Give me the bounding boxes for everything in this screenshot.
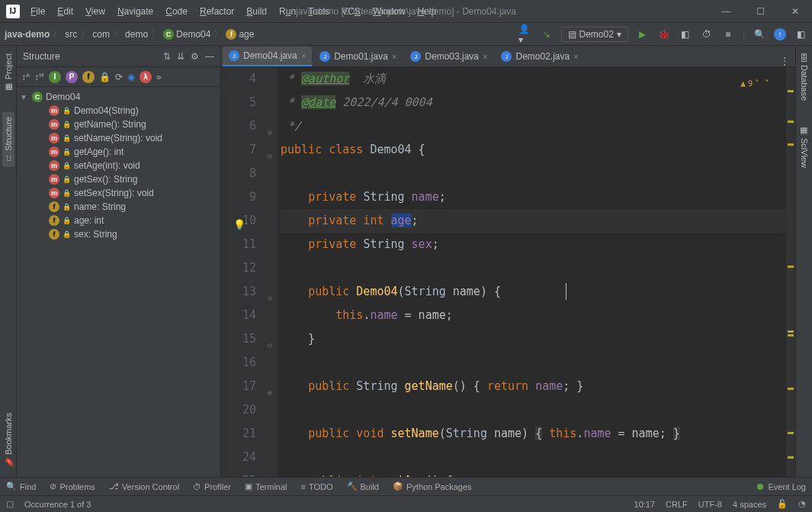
crumb-project[interactable]: java-demo [5, 29, 50, 40]
editor-tab[interactable]: JDemo02.java× [495, 47, 584, 66]
tab-label: Demo04.java [243, 50, 297, 61]
status-indent[interactable]: 4 spaces [733, 500, 766, 509]
fold-marker[interactable]: ⊖ [268, 121, 272, 144]
tool-structure[interactable]: ⎍ Structure [2, 112, 14, 167]
show-anon-icon[interactable]: ⟳ [115, 72, 123, 82]
menu-file[interactable]: File [24, 6, 51, 17]
menu-edit[interactable]: Edit [51, 6, 79, 17]
navigation-bar: java-demo 〉 src 〉 com 〉 demo 〉 CDemo04 〉… [0, 23, 812, 46]
expand-all-icon[interactable]: ⇅ [163, 51, 171, 62]
tool-profiler[interactable]: ⏱ Profiler [193, 482, 231, 491]
close-tab-icon[interactable]: × [301, 51, 306, 60]
coverage-button[interactable]: ◧ [679, 27, 692, 41]
code-editor[interactable]: 456789101112131415161720212425 ⊖⊖⊖⊖⊕ ▲ 9… [221, 67, 795, 477]
fold-marker[interactable]: ⊕ [268, 381, 272, 404]
maximize-button[interactable]: ☐ [743, 0, 778, 23]
show-classes-icon[interactable]: I [49, 71, 61, 83]
tool-vcs[interactable]: ⎇ Version Control [109, 481, 179, 491]
tree-member[interactable]: m🔒setName(String): void [17, 131, 220, 145]
event-log-button[interactable]: Event Log [768, 482, 806, 491]
tree-member[interactable]: f🔒sex: String [17, 227, 220, 241]
structure-tree[interactable]: ▾CDemo04m🔒Demo04(String)m🔒getName(): Str… [17, 87, 220, 477]
menu-code[interactable]: Code [159, 6, 194, 17]
stop-button[interactable]: ■ [721, 27, 735, 41]
status-caret-pos[interactable]: 10:17 [634, 500, 656, 509]
close-tab-icon[interactable]: × [573, 52, 578, 61]
crumb-class[interactable]: CDemo04 [163, 29, 210, 40]
tree-member[interactable]: m🔒Demo04(String) [17, 104, 220, 118]
tool-find[interactable]: 🔍 Find [6, 481, 36, 491]
minimize-button[interactable]: — [709, 0, 743, 23]
fold-marker[interactable]: ⊖ [268, 144, 272, 168]
update-icon[interactable]: ↑ [774, 28, 786, 40]
fold-marker[interactable]: ⊖ [268, 286, 272, 310]
settings-icon[interactable]: ⚙ [191, 51, 199, 62]
tool-build[interactable]: 🔨 Build [347, 481, 379, 491]
titlebar: IJ File Edit View Navigate Code Refactor… [0, 0, 812, 23]
show-fields-icon[interactable]: f [82, 71, 95, 83]
search-everywhere-icon[interactable]: 🔍 [753, 27, 766, 41]
crumb-com[interactable]: com [92, 29, 110, 40]
run-config-selector[interactable]: ▤ Demo02 ▾ [561, 27, 628, 42]
hide-panel-icon[interactable]: — [205, 51, 214, 62]
tree-member[interactable]: m🔒setAge(int): void [17, 159, 220, 172]
tabs-more-icon[interactable]: ⋮ [780, 56, 789, 66]
problems-badge[interactable]: ▲ 9 ˄ ˅ [740, 72, 769, 95]
code-content[interactable]: ▲ 9 ˄ ˅ * @author 水滴 * @date 2022/4/4 00… [278, 67, 786, 477]
close-tab-icon[interactable]: × [483, 52, 487, 61]
menu-build[interactable]: Build [240, 6, 273, 17]
menu-view[interactable]: View [79, 6, 111, 17]
fold-gutter[interactable]: ⊖⊖⊖⊖⊕ [267, 67, 278, 477]
collapse-all-icon[interactable]: ⇊ [177, 51, 185, 62]
profile-button[interactable]: ⏱ [700, 27, 714, 41]
fold-marker[interactable]: ⊖ [268, 333, 272, 357]
crumb-demo[interactable]: demo [125, 29, 148, 40]
tool-database[interactable]: 🗄 Database [798, 49, 810, 105]
tool-problems[interactable]: ⊘ Problems [50, 481, 95, 491]
status-tool-icon[interactable]: ▢ [6, 499, 14, 509]
structure-toolbar: ↕ᴬ ↕ᴹ I P f 🔒 ⟳ ◉ λ » [17, 67, 220, 87]
user-icon[interactable]: 👤▾ [518, 27, 532, 41]
lambda-icon[interactable]: λ [140, 71, 152, 83]
tree-member[interactable]: m🔒getSex(): String [17, 172, 220, 186]
menu-navigate[interactable]: Navigate [111, 6, 159, 17]
tool-todo[interactable]: ≡ TODO [301, 482, 333, 491]
autoscroll-icon[interactable]: ◉ [127, 72, 135, 82]
tool-project[interactable]: ▦ Project [2, 49, 14, 97]
status-readonly-icon[interactable]: 🔓 [777, 499, 788, 509]
sort-icon[interactable]: ↕ᴬ [21, 72, 30, 82]
editor-tab[interactable]: JDemo04.java× [223, 47, 312, 66]
tool-terminal[interactable]: ▣ Terminal [245, 481, 287, 491]
tree-member[interactable]: f🔒age: int [17, 214, 220, 227]
tree-member[interactable]: m🔒getAge(): int [17, 145, 220, 159]
show-inherited-icon[interactable]: 🔒 [99, 72, 111, 82]
editor-tab[interactable]: JDemo01.java× [313, 47, 403, 66]
tree-member[interactable]: m🔒setSex(String): void [17, 186, 220, 200]
close-tab-icon[interactable]: × [392, 52, 396, 61]
tree-member[interactable]: f🔒name: String [17, 200, 220, 214]
right-tool-stripe: 🗄 Database ▦ SciView [795, 46, 812, 477]
tool-python[interactable]: 📦 Python Packages [393, 481, 472, 491]
tab-label: Demo01.java [334, 51, 388, 62]
close-button[interactable]: ✕ [778, 0, 812, 23]
tree-root[interactable]: ▾CDemo04 [17, 90, 220, 104]
editor-tab[interactable]: JDemo03.java× [404, 47, 493, 66]
crumb-src[interactable]: src [65, 29, 77, 40]
menu-refactor[interactable]: Refactor [194, 6, 240, 17]
show-properties-icon[interactable]: P [66, 71, 78, 83]
ide-settings-icon[interactable]: ◧ [794, 27, 807, 41]
debug-button[interactable]: 🐞 [657, 27, 671, 41]
crumb-member[interactable]: fage [226, 29, 254, 40]
status-encoding[interactable]: UTF-8 [698, 500, 722, 509]
status-line-sep[interactable]: CRLF [666, 500, 688, 509]
more-icon[interactable]: » [156, 72, 162, 82]
intention-bulb-icon[interactable]: 💡 [233, 213, 246, 237]
status-server-icon[interactable]: ◔ [798, 499, 806, 509]
tool-bookmarks[interactable]: 🔖 Bookmarks [2, 408, 14, 472]
run-button[interactable]: ▶ [636, 27, 650, 41]
sort-visibility-icon[interactable]: ↕ᴹ [34, 72, 44, 82]
tree-member[interactable]: m🔒getName(): String [17, 118, 220, 131]
build-hammer-icon[interactable]: ↘ [540, 27, 554, 41]
error-stripe[interactable] [786, 67, 795, 477]
tool-sciview[interactable]: ▦ SciView [798, 121, 810, 172]
